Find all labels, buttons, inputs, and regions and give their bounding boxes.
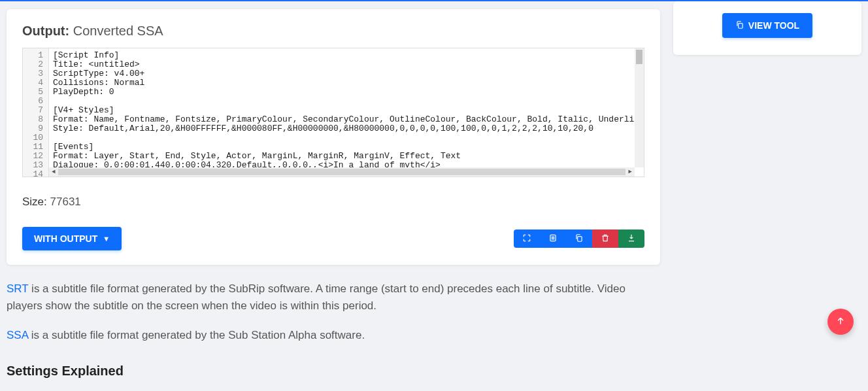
code-line: ScriptType: v4.00+	[53, 69, 640, 78]
code-line: [V4+ Styles]	[53, 106, 640, 115]
line-number: 4	[25, 78, 43, 88]
line-number: 8	[25, 115, 43, 124]
line-number: 1	[25, 51, 43, 60]
editor-gutter: 1234567891011121314	[23, 48, 49, 177]
scroll-to-top-button[interactable]	[827, 309, 854, 335]
srt-link[interactable]: SRT	[7, 282, 28, 295]
ssa-description: SSA is a subtitle file format generated …	[7, 327, 660, 344]
code-line: Format: Name, Fontname, Fontsize, Primar…	[53, 115, 640, 124]
code-line: Collisions: Normal	[53, 78, 640, 88]
caret-down-icon: ▼	[103, 235, 110, 243]
view-tool-label: VIEW TOOL	[748, 20, 799, 31]
line-number: 3	[25, 69, 43, 78]
view-tool-button[interactable]: VIEW TOOL	[722, 13, 812, 38]
expand-icon	[522, 233, 531, 245]
size-info: Size: 77631	[22, 196, 644, 209]
vertical-scrollbar[interactable]	[635, 48, 644, 167]
code-editor[interactable]: 1234567891011121314 [Script Info]Title: …	[22, 48, 644, 177]
download-button[interactable]	[618, 230, 644, 248]
line-number: 10	[25, 133, 43, 143]
download-icon	[627, 233, 636, 245]
scroll-thumb-h[interactable]	[58, 169, 626, 175]
settings-heading: Settings Explained	[7, 364, 660, 379]
fullscreen-button[interactable]	[514, 230, 540, 248]
code-line: Format: Layer, Start, End, Style, Actor,…	[53, 152, 640, 161]
srt-description: SRT is a subtitle file format generated …	[7, 280, 660, 315]
copy-icon	[575, 233, 584, 245]
line-number: 5	[25, 88, 43, 97]
code-line: Style: Default,Arial,20,&H00FFFFFF,&H000…	[53, 124, 640, 133]
actions-row: WITH OUTPUT ▼	[22, 227, 644, 250]
code-line	[53, 133, 640, 143]
copy-icon	[735, 20, 744, 31]
line-number: 6	[25, 97, 43, 106]
code-line	[53, 97, 640, 106]
ssa-link[interactable]: SSA	[7, 329, 28, 341]
arrow-up-icon	[835, 316, 846, 328]
editor-content[interactable]: [Script Info]Title: <untitled>ScriptType…	[49, 48, 644, 177]
scroll-left-arrow[interactable]: ◄	[49, 169, 58, 175]
delete-button[interactable]	[592, 230, 618, 248]
output-card: Output: Converted SSA 123456789101112131…	[7, 9, 660, 265]
output-title-prefix: Output:	[22, 24, 69, 38]
line-number: 12	[25, 152, 43, 161]
line-number: 11	[25, 143, 43, 152]
output-title-suffix: Converted SSA	[73, 24, 163, 38]
line-number: 7	[25, 106, 43, 115]
size-value: 77631	[50, 196, 81, 208]
output-toolbar	[514, 230, 644, 248]
code-line: [Script Info]	[53, 51, 640, 60]
line-number: 13	[25, 161, 43, 170]
ssa-text: is a subtitle file format generated by t…	[28, 329, 365, 341]
scroll-right-arrow[interactable]: ►	[626, 169, 635, 175]
code-line: Title: <untitled>	[53, 60, 640, 69]
srt-text: is a subtitle file format generated by t…	[7, 282, 626, 312]
output-title: Output: Converted SSA	[22, 24, 644, 39]
svg-rect-5	[739, 23, 743, 28]
list-icon	[548, 233, 558, 245]
horizontal-scrollbar[interactable]: ◄ ►	[49, 167, 635, 177]
scroll-thumb[interactable]	[636, 50, 643, 64]
code-line: [Events]	[53, 143, 640, 152]
svg-rect-4	[578, 236, 582, 241]
size-label: Size:	[22, 196, 47, 208]
view-button[interactable]	[540, 230, 566, 248]
code-line: PlayDepth: 0	[53, 88, 640, 97]
sidebar-card: VIEW TOOL	[673, 1, 861, 55]
line-number: 14	[25, 170, 43, 179]
trash-icon	[601, 233, 610, 245]
line-number: 2	[25, 60, 43, 69]
copy-button[interactable]	[566, 230, 592, 248]
with-output-button[interactable]: WITH OUTPUT ▼	[22, 227, 122, 250]
with-output-label: WITH OUTPUT	[34, 233, 97, 244]
line-number: 9	[25, 124, 43, 133]
